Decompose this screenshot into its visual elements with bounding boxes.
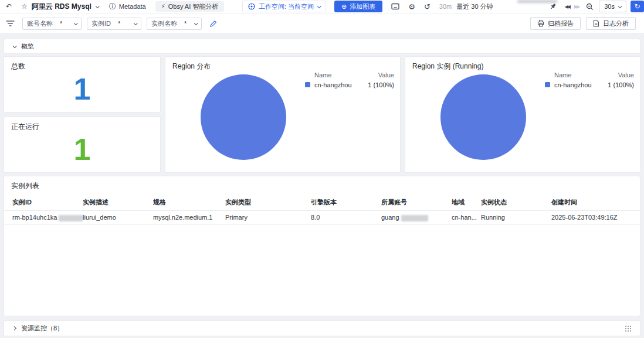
panel-title: 正在运行 [4, 117, 160, 132]
filter-account-name[interactable]: 账号名称 * [22, 18, 82, 30]
workspace-icon [248, 3, 255, 10]
total-count-panel: 总数 1 [4, 56, 161, 112]
filter-instance-id[interactable]: 实例ID * [87, 18, 141, 30]
column-header: 实例状态 [481, 195, 551, 211]
toolbar-right-group: 工作空间: 当前空间 ⊕ 添加图表 ⚙ ↺ 30m 最近 30 分钟 ◀◀ ▶▶ [242, 1, 644, 12]
instance-table: 实例ID 实例描述 规格 实例类型 引擎版本 所属账号 地域 实例状态 创建时间… [4, 195, 640, 225]
chevron-down-icon [134, 21, 138, 25]
pie-legend: Name Value cn-hangzhou 1 (100%) [305, 70, 394, 90]
zoom-out-icon[interactable] [586, 3, 594, 11]
metadata-button[interactable]: ⓘ Metadata [109, 3, 146, 10]
column-header: 实例描述 [83, 195, 153, 211]
dashboard-content: 概览 总数 1 正在运行 1 Region 分布 Name [0, 34, 644, 338]
settings-gear-icon[interactable]: ⚙ [408, 3, 415, 11]
display-monitor-icon[interactable] [391, 3, 399, 11]
drag-grip-icon[interactable] [625, 326, 631, 332]
ai-bolt-icon: ⚡ [161, 4, 165, 9]
table-row[interactable]: rm-bp14uhc1ka liurui_demo mysql.n2e.medi… [4, 211, 640, 225]
overview-section-header[interactable]: 概览 [4, 39, 640, 54]
rewind-icon[interactable]: ◀◀ [565, 4, 570, 9]
top-toolbar: ↶ ☆ 阿里云 RDS Mysql ⓘ Metadata ⚡ Obsy AI 智… [0, 0, 644, 13]
total-count-value: 1 [4, 71, 160, 112]
column-header: 引擎版本 [311, 195, 381, 211]
region: cn-han... [452, 211, 481, 225]
account-name: guang [381, 214, 399, 221]
workspace-selector[interactable]: 工作空间: 当前空间 [242, 1, 326, 12]
region-distribution-panel: Region 分布 Name Value cn-hangzhou 1 (100%… [165, 56, 401, 173]
redacted-text [401, 215, 428, 221]
clipped-text-blur [517, 0, 557, 3]
chevron-down-icon[interactable] [96, 4, 100, 8]
filter-icon[interactable] [6, 20, 15, 27]
column-header: 所属账号 [381, 195, 452, 211]
interval-badge[interactable]: 30m [439, 3, 452, 10]
region-running-panel: Region 实例 (Running) Name Value cn-hangzh… [405, 56, 640, 173]
document-icon [593, 20, 599, 27]
legend-header-row: Name Value [305, 70, 394, 80]
engine-version: 8.0 [311, 211, 381, 225]
column-header: 规格 [153, 195, 225, 211]
column-header: 实例类型 [225, 195, 311, 211]
refresh-icon: ↻ [634, 3, 640, 10]
pin-icon[interactable] [550, 3, 557, 10]
filterbar-right-group: 归档报告 日志分析 [530, 17, 638, 30]
legend-color-swatch [305, 82, 310, 87]
archive-report-button[interactable]: 归档报告 [530, 17, 581, 30]
add-chart-label: 添加图表 [350, 2, 375, 11]
printer-icon [537, 20, 544, 27]
created-time: 2025-06-23T03:49:16Z [551, 211, 640, 225]
chevron-down-icon [317, 4, 321, 8]
dashboard-title-group[interactable]: ☆ 阿里云 RDS Mysql [21, 2, 99, 12]
back-undo-icon[interactable]: ↶ [6, 3, 12, 10]
instance-status: Running [481, 211, 551, 225]
collapse-chevron-icon [13, 44, 17, 48]
favorite-star-icon[interactable]: ☆ [21, 3, 28, 10]
add-chart-button[interactable]: ⊕ 添加图表 [334, 1, 382, 12]
column-header: 创建时间 [551, 195, 640, 211]
running-count-value: 1 [4, 132, 160, 172]
instance-type: Primary [225, 211, 311, 225]
pie-legend: Name Value cn-hangzhou 1 (100%) [545, 70, 634, 90]
instance-list-panel: 实例列表 实例ID 实例描述 规格 实例类型 引擎版本 所属账号 地域 实例状态 [4, 176, 640, 316]
legend-color-swatch [545, 82, 550, 87]
table-header-row: 实例ID 实例描述 规格 实例类型 引擎版本 所属账号 地域 实例状态 创建时间 [4, 195, 640, 211]
pie-chart[interactable] [440, 74, 526, 160]
redacted-text [59, 215, 83, 221]
refresh-button[interactable]: ↻ [631, 1, 644, 12]
dashboard-title: 阿里云 RDS Mysql [32, 2, 91, 12]
column-header: 实例ID [4, 195, 83, 211]
refresh-interval-label: 30s [604, 3, 615, 10]
legend-header-row: Name Value [545, 70, 634, 80]
resource-monitor-section-title: 资源监控（8） [21, 324, 63, 333]
panel-title: 实例列表 [4, 176, 640, 191]
time-range-label[interactable]: 最近 30 分钟 [456, 2, 493, 11]
pie-chart[interactable] [201, 74, 286, 160]
resource-monitor-section-header[interactable]: 资源监控（8） [4, 320, 640, 336]
instance-id: rm-bp14uhc1ka [12, 214, 57, 221]
overview-section-title: 概览 [21, 42, 34, 51]
column-header: 地域 [452, 195, 481, 211]
chevron-down-icon [74, 21, 78, 25]
forward-icon: ▶▶ [574, 4, 579, 9]
legend-item[interactable]: cn-hangzhou 1 (100%) [545, 80, 634, 90]
plus-circle-icon: ⊕ [341, 4, 347, 10]
filter-bar: 账号名称 * 实例ID * 实例名称 * 归档报告 日志分析 [0, 13, 644, 34]
expand-chevron-icon [12, 326, 16, 330]
legend-item[interactable]: cn-hangzhou 1 (100%) [305, 80, 394, 90]
panel-title: 总数 [4, 57, 160, 71]
edit-filters-pencil-icon[interactable] [209, 20, 217, 28]
info-icon: ⓘ [109, 3, 116, 10]
chevron-down-icon [618, 4, 622, 8]
log-analysis-button[interactable]: 日志分析 [586, 17, 636, 30]
chevron-down-icon [194, 21, 198, 25]
overview-panels-row: 总数 1 正在运行 1 Region 分布 Name Value [4, 56, 640, 173]
stat-panels-column: 总数 1 正在运行 1 [4, 56, 161, 173]
obsy-ai-label: Obsy AI 智能分析 [168, 2, 219, 11]
obsy-ai-button[interactable]: ⚡ Obsy AI 智能分析 [155, 1, 225, 12]
refresh-interval-dropdown[interactable]: 30s [599, 1, 626, 12]
history-icon[interactable]: ↺ [424, 3, 431, 11]
filter-instance-name[interactable]: 实例名称 * [147, 18, 202, 30]
workspace-label: 工作空间: 当前空间 [259, 2, 314, 11]
instance-description: liurui_demo [83, 211, 153, 225]
running-count-panel: 正在运行 1 [4, 117, 161, 173]
